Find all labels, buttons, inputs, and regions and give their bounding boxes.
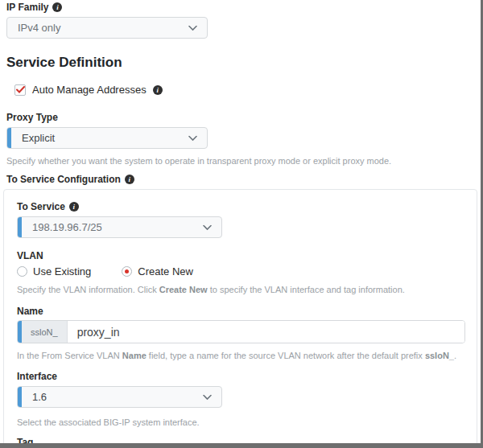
ip-family-select[interactable]: IPv4 only <box>6 17 208 39</box>
to-service-select[interactable]: 198.19.96.7/25 <box>17 216 222 238</box>
info-icon[interactable]: i <box>153 85 163 95</box>
to-service-config-label: To Service Configuration i <box>6 174 483 185</box>
name-prefix: ssloN_ <box>22 321 68 343</box>
chevron-down-icon <box>203 394 212 400</box>
form-content: IP Family i IPv4 only Service Definition… <box>0 0 483 448</box>
vlan-help-post: to specify the VLAN interface and tag in… <box>208 285 405 294</box>
to-service-label: To Service i <box>17 201 464 212</box>
interface-selected-value: 1.6 <box>32 391 47 403</box>
info-icon[interactable]: i <box>69 202 79 212</box>
name-help-p2: field, type a name for the source VLAN n… <box>147 351 425 360</box>
to-service-selected-value: 198.19.96.7/25 <box>32 221 102 233</box>
interface-label: Interface <box>17 371 464 382</box>
interface-label-text: Interface <box>17 371 57 382</box>
vlan-use-existing-label: Use Existing <box>33 265 91 277</box>
red-check-icon <box>16 86 25 93</box>
ip-family-selected-value: IPv4 only <box>18 22 60 34</box>
name-help: In the From Service VLAN Name field, typ… <box>17 351 464 361</box>
name-input[interactable] <box>68 321 464 343</box>
name-help-p3: . <box>454 351 456 360</box>
vlan-help-pre: Specify the VLAN information. Click <box>17 285 159 294</box>
chevron-down-icon <box>203 224 212 230</box>
name-input-wrapper: ssloN_ <box>17 320 465 343</box>
name-help-p1: In the From Service VLAN <box>17 351 122 360</box>
vlan-radio-create-new[interactable]: Create New <box>122 265 193 277</box>
vlan-help: Specify the VLAN information. Click Crea… <box>17 285 464 295</box>
info-icon[interactable]: i <box>52 2 62 12</box>
ip-family-label: IP Family i <box>6 2 483 13</box>
chevron-down-icon <box>188 25 197 31</box>
proxy-type-selected-value: Explicit <box>22 132 55 144</box>
vlan-label: VLAN <box>17 250 464 261</box>
auto-manage-row[interactable]: Auto Manage Addresses i <box>14 84 483 96</box>
screenshot-bottom-edge <box>0 443 483 448</box>
auto-manage-label: Auto Manage Addresses <box>32 84 147 96</box>
vlan-create-new-label: Create New <box>138 265 193 277</box>
name-label: Name <box>17 306 464 317</box>
name-label-text: Name <box>17 306 43 317</box>
guided-config-form: IP Family i IPv4 only Service Definition… <box>0 0 483 448</box>
vlan-radio-group: Use Existing Create New <box>17 265 464 277</box>
name-help-b1: Name <box>122 351 147 360</box>
interface-help: Select the associated BIG-IP system inte… <box>17 417 464 428</box>
proxy-type-label: Proxy Type <box>6 112 483 123</box>
chevron-down-icon <box>188 135 197 141</box>
interface-select[interactable]: 1.6 <box>17 386 222 408</box>
radio-unselected-icon[interactable] <box>17 266 27 277</box>
validation-accent-bar <box>18 217 22 237</box>
radio-selected-icon[interactable] <box>122 266 132 277</box>
validation-accent-bar <box>18 387 22 407</box>
validation-accent-bar <box>7 128 11 148</box>
ip-family-label-text: IP Family <box>6 2 48 13</box>
proxy-type-help: Specify whether you want the system to o… <box>6 156 483 166</box>
ip-family-group: IP Family i IPv4 only <box>6 2 483 39</box>
to-service-config-label-text: To Service Configuration <box>6 174 121 185</box>
proxy-type-label-text: Proxy Type <box>6 112 58 123</box>
proxy-type-select[interactable]: Explicit <box>6 127 208 149</box>
vlan-help-bold: Create New <box>159 285 208 294</box>
vlan-label-text: VLAN <box>17 250 43 261</box>
to-service-label-text: To Service <box>17 201 65 212</box>
info-icon[interactable]: i <box>125 175 134 184</box>
vlan-radio-use-existing[interactable]: Use Existing <box>17 265 91 277</box>
proxy-type-group: Proxy Type Explicit Specify whether you … <box>6 112 483 166</box>
to-service-config-panel: To Service i 198.19.96.7/25 VLAN Use Exi… <box>3 189 477 448</box>
auto-manage-checkbox[interactable] <box>14 84 26 96</box>
name-help-b2: ssloN_ <box>425 351 454 360</box>
section-heading: Service Definition <box>6 55 483 71</box>
